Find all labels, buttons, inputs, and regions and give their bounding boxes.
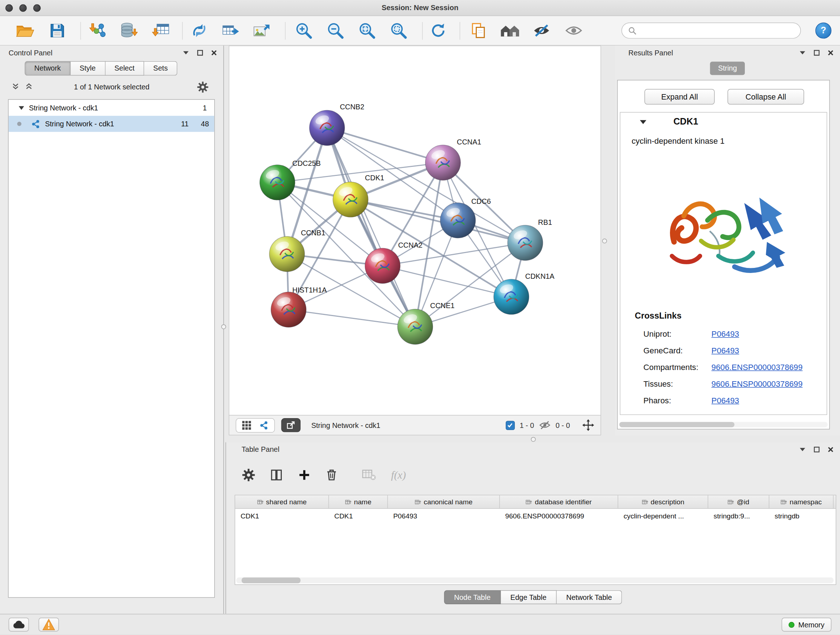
tab-network[interactable]: Network: [25, 61, 71, 76]
view-mode-group: [236, 418, 275, 432]
add-column-button[interactable]: [298, 469, 311, 481]
protein-structure-image: [653, 155, 794, 296]
network-collection-row[interactable]: String Network - cdk1 1: [9, 100, 215, 116]
new-network-from-selection-button[interactable]: [219, 19, 242, 42]
search-input[interactable]: [641, 26, 794, 35]
network-row[interactable]: String Network - cdk1 11 48: [9, 116, 215, 132]
column-header-database-identifier[interactable]: database identifier: [500, 495, 618, 508]
network-edge-CCNA2-CDKN1A[interactable]: [383, 266, 512, 297]
network-node-CCNA1[interactable]: CCNA1: [425, 138, 482, 180]
tab-network-table[interactable]: Network Table: [557, 590, 622, 604]
style-houses-button[interactable]: [499, 19, 521, 42]
column-header-description[interactable]: description: [618, 495, 708, 508]
network-edge-CCNB2-CCNE1[interactable]: [327, 128, 415, 326]
tab-style[interactable]: Style: [71, 61, 105, 76]
grid-icon: [242, 421, 251, 430]
pan-handle-bottom[interactable]: [531, 437, 536, 442]
tab-sets[interactable]: Sets: [144, 61, 177, 76]
cloud-status-button[interactable]: [9, 618, 29, 632]
pan-handle-right[interactable]: [602, 239, 607, 243]
crosslink-link[interactable]: P06493: [712, 346, 739, 355]
table-settings-button[interactable]: [242, 469, 255, 481]
crosslink-link[interactable]: 9606.ENSP00000378699: [712, 363, 803, 371]
network-node-RB1[interactable]: RB1: [508, 218, 552, 261]
network-name: String Network - cdk1: [45, 120, 168, 128]
show-all-button[interactable]: [562, 19, 585, 42]
pan-tool-button[interactable]: [583, 419, 594, 431]
expand-all-button[interactable]: Expand All: [644, 89, 714, 105]
network-node-CDKN1A[interactable]: CDKN1A: [494, 272, 555, 315]
panel-float-button[interactable]: [813, 447, 819, 452]
show-columns-button[interactable]: [270, 469, 283, 481]
zoom-fit-button[interactable]: [355, 19, 378, 42]
search-field[interactable]: [622, 22, 801, 38]
column-header--id[interactable]: @id: [708, 495, 769, 508]
network-node-CCNB2[interactable]: CCNB2: [309, 103, 364, 146]
network-node-CCNB1[interactable]: CCNB1: [270, 229, 325, 272]
new-network-button[interactable]: [188, 19, 210, 42]
panel-float-button[interactable]: [813, 50, 819, 55]
panel-menu-button[interactable]: [799, 447, 806, 451]
export-image-button[interactable]: [250, 19, 273, 42]
hide-selected-button[interactable]: [531, 19, 553, 42]
warnings-button[interactable]: [39, 618, 59, 632]
results-horizontal-scrollbar[interactable]: [619, 422, 828, 427]
clone-network-button[interactable]: [467, 19, 489, 42]
open-session-button[interactable]: [14, 19, 36, 42]
import-network-database-button[interactable]: [117, 19, 140, 42]
help-button[interactable]: ?: [815, 22, 831, 38]
save-session-button[interactable]: [46, 19, 68, 42]
control-panel-header: Control Panel: [0, 46, 224, 60]
window-close-button[interactable]: [5, 4, 13, 12]
panel-close-button[interactable]: [211, 50, 217, 55]
delete-column-button[interactable]: [325, 469, 338, 481]
tab-string[interactable]: String: [710, 62, 745, 75]
network-edge-CCNB2-CCNA1[interactable]: [327, 128, 443, 163]
import-table-button[interactable]: [149, 19, 172, 42]
network-options-button[interactable]: [197, 81, 208, 95]
table-row[interactable]: CDK1CDK1P064939606.ENSP00000378699cyclin…: [235, 509, 836, 523]
memory-button[interactable]: Memory: [782, 618, 831, 632]
column-header-canonical-name[interactable]: canonical name: [388, 495, 500, 508]
column-header-name[interactable]: name: [329, 495, 388, 508]
tab-edge-table[interactable]: Edge Table: [501, 590, 556, 604]
string-panel-toggle-button[interactable]: [259, 421, 268, 430]
network-node-label: HIST1H1A: [292, 286, 327, 294]
refresh-layout-button[interactable]: [427, 19, 449, 42]
sort-icon: [415, 499, 421, 505]
column-header-namespac[interactable]: namespac: [769, 495, 834, 508]
zoom-out-button[interactable]: [324, 19, 347, 42]
column-header-shared-name[interactable]: shared name: [235, 495, 329, 508]
zoom-in-button[interactable]: [293, 19, 315, 42]
window-zoom-button[interactable]: [33, 4, 41, 12]
scrollbar-thumb[interactable]: [619, 422, 734, 427]
zoom-selected-button[interactable]: [387, 19, 410, 42]
collapse-all-button[interactable]: Collapse All: [728, 89, 804, 105]
crosslink-link[interactable]: P06493: [712, 329, 739, 338]
crosslink-link[interactable]: P06493: [712, 396, 739, 405]
network-node-HIST1H1A[interactable]: HIST1H1A: [271, 286, 327, 327]
panel-menu-button[interactable]: [799, 50, 806, 55]
window-minimize-button[interactable]: [19, 4, 27, 12]
pan-handle-left[interactable]: [221, 325, 226, 329]
crosslink-link[interactable]: 9606.ENSP00000378699: [712, 379, 803, 388]
crosslink-label: Tissues:: [644, 379, 673, 388]
open-in-browser-button[interactable]: [281, 418, 300, 432]
import-network-file-button[interactable]: [87, 19, 109, 42]
birds-eye-view-button[interactable]: [242, 421, 251, 430]
panel-float-button[interactable]: [197, 50, 203, 55]
panel-close-button[interactable]: [828, 50, 834, 55]
collection-disclosure-triangle[interactable]: [19, 106, 24, 110]
section-disclosure-triangle[interactable]: [639, 119, 646, 124]
network-node-CDK1[interactable]: CDK1: [333, 174, 384, 217]
panel-close-button[interactable]: [828, 447, 834, 452]
network-edge-HIST1H1A-CCNE1[interactable]: [289, 310, 415, 326]
crosslink-row: Pharos:P06493: [621, 393, 827, 409]
scrollbar-thumb[interactable]: [242, 578, 301, 583]
selected-checkbox[interactable]: [506, 421, 515, 430]
network-canvas[interactable]: CCNB2CCNA1CDC25BCDK1CDC6RB1CCNB1CCNA2CDK…: [229, 46, 600, 415]
table-horizontal-scrollbar[interactable]: [236, 578, 834, 583]
panel-menu-button[interactable]: [183, 50, 189, 55]
tab-node-table[interactable]: Node Table: [444, 590, 501, 604]
tab-select[interactable]: Select: [105, 61, 144, 76]
